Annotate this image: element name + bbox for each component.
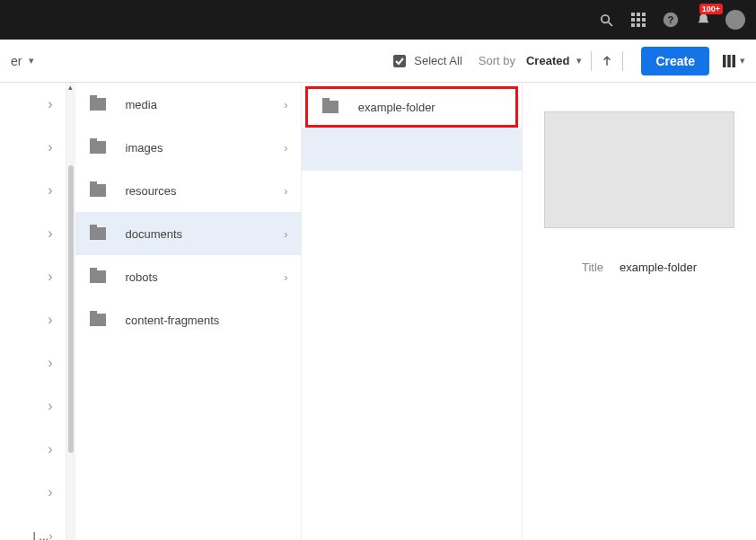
svg-text:?: ?	[668, 14, 674, 25]
details-panel: Title example-folder	[523, 83, 756, 540]
svg-rect-7	[642, 18, 646, 22]
apps-grid-icon[interactable]	[629, 10, 648, 30]
svg-point-0	[601, 14, 609, 22]
chevron-right-icon: ›	[284, 141, 287, 155]
folder-label: example-folder	[358, 101, 435, 114]
preview-thumbnail	[544, 111, 734, 228]
folder-icon	[90, 141, 106, 154]
global-topbar: ? 100+	[0, 0, 756, 40]
breadcrumb[interactable]: er ▾	[11, 54, 34, 68]
metadata-row: Title example-folder	[582, 261, 697, 274]
folder-label: images	[126, 141, 163, 155]
svg-rect-5	[631, 18, 635, 22]
folder-label: robots	[126, 270, 158, 284]
chevron-right-icon: ›	[284, 227, 287, 241]
sort-by-label: Sort by	[479, 54, 515, 67]
chevron-down-icon: ▾	[740, 55, 745, 66]
list-item[interactable]: ›	[0, 385, 66, 428]
notifications-icon[interactable]: 100+	[693, 10, 713, 30]
separator	[622, 51, 623, 71]
svg-rect-4	[642, 13, 646, 16]
select-all-label: Select All	[414, 54, 462, 67]
svg-rect-13	[393, 55, 406, 67]
scrollbar[interactable]: ▴	[66, 83, 75, 540]
list-item-truncated[interactable]: l ... ›	[0, 514, 66, 540]
chevron-right-icon: ›	[284, 98, 287, 111]
list-item[interactable]: ›	[0, 255, 66, 298]
chevron-right-icon: ›	[48, 484, 52, 500]
select-all-button[interactable]: Select All	[392, 54, 462, 68]
folder-item[interactable]: content-fragments	[75, 298, 301, 341]
chevron-right-icon: ›	[48, 355, 52, 371]
chevron-right-icon: ›	[284, 270, 287, 284]
folder-label: resources	[126, 184, 177, 198]
separator	[591, 51, 592, 71]
folder-item[interactable]: images›	[75, 126, 301, 169]
chevron-right-icon: ›	[48, 96, 52, 112]
svg-rect-9	[637, 23, 640, 27]
chevron-right-icon: ›	[48, 139, 52, 155]
column-1: ▴ media›images›resources›documents›robot…	[66, 83, 302, 540]
column-0: ›››››››››› l ... ›	[0, 83, 66, 540]
svg-line-1	[608, 22, 611, 25]
folder-label: documents	[126, 227, 183, 241]
list-item[interactable]: ›	[0, 169, 66, 212]
list-item[interactable]: ›	[0, 126, 66, 169]
selection-background	[302, 128, 522, 171]
folder-item-highlighted[interactable]: example-folder	[305, 86, 518, 128]
column-view-icon	[722, 54, 736, 68]
svg-rect-2	[631, 13, 635, 16]
list-item[interactable]: ›	[0, 471, 66, 514]
view-switcher[interactable]: ▾	[722, 54, 745, 68]
sort-value: Created	[526, 54, 569, 67]
svg-rect-6	[637, 18, 640, 22]
svg-rect-16	[733, 55, 736, 67]
sort-control[interactable]: Sort by Created ▾	[479, 54, 583, 67]
scrollbar-thumb[interactable]	[68, 165, 74, 453]
svg-rect-14	[723, 55, 726, 67]
breadcrumb-text: er	[11, 54, 22, 68]
meta-key-title: Title	[582, 261, 603, 274]
chevron-right-icon: ›	[48, 529, 52, 541]
chevron-down-icon: ▾	[576, 55, 582, 66]
help-icon[interactable]: ?	[661, 10, 681, 30]
list-item[interactable]: ›	[0, 83, 66, 126]
svg-rect-8	[631, 23, 635, 27]
folder-label: content-fragments	[126, 314, 220, 327]
list-item[interactable]: ›	[0, 298, 66, 341]
folder-icon	[90, 270, 106, 283]
chevron-right-icon: ›	[48, 398, 52, 414]
svg-rect-15	[727, 55, 731, 67]
svg-rect-3	[637, 13, 640, 16]
user-avatar[interactable]	[725, 10, 745, 30]
scroll-up-icon[interactable]: ▴	[66, 83, 75, 92]
arrow-up-icon	[601, 55, 613, 67]
folder-item[interactable]: robots›	[75, 255, 301, 298]
action-bar: er ▾ Select All Sort by Created ▾ Create…	[0, 40, 756, 83]
folder-item[interactable]: documents›	[75, 212, 301, 255]
folder-item[interactable]: media›	[75, 83, 301, 126]
folder-icon	[90, 314, 106, 326]
column-2: example-folder	[302, 83, 523, 540]
folder-icon	[90, 98, 106, 111]
column-browser: ›››››››››› l ... › ▴ media›images›resour…	[0, 83, 756, 540]
notification-badge: 100+	[699, 4, 723, 14]
folder-item[interactable]: resources›	[75, 169, 301, 212]
create-button[interactable]: Create	[641, 47, 709, 75]
svg-rect-10	[642, 23, 646, 27]
search-icon[interactable]	[596, 10, 616, 30]
folder-icon	[90, 227, 106, 240]
list-item[interactable]: ›	[0, 212, 66, 255]
chevron-right-icon: ›	[48, 312, 52, 328]
chevron-right-icon: ›	[48, 441, 52, 457]
list-item[interactable]: ›	[0, 341, 66, 385]
folder-label: media	[126, 98, 157, 111]
chevron-right-icon: ›	[48, 226, 52, 242]
chevron-right-icon: ›	[48, 182, 52, 199]
chevron-right-icon: ›	[284, 184, 287, 198]
folder-icon	[322, 101, 338, 113]
select-all-icon	[392, 54, 407, 68]
folder-icon	[90, 184, 106, 197]
list-item[interactable]: ›	[0, 428, 66, 471]
sort-direction-button[interactable]	[601, 55, 613, 67]
